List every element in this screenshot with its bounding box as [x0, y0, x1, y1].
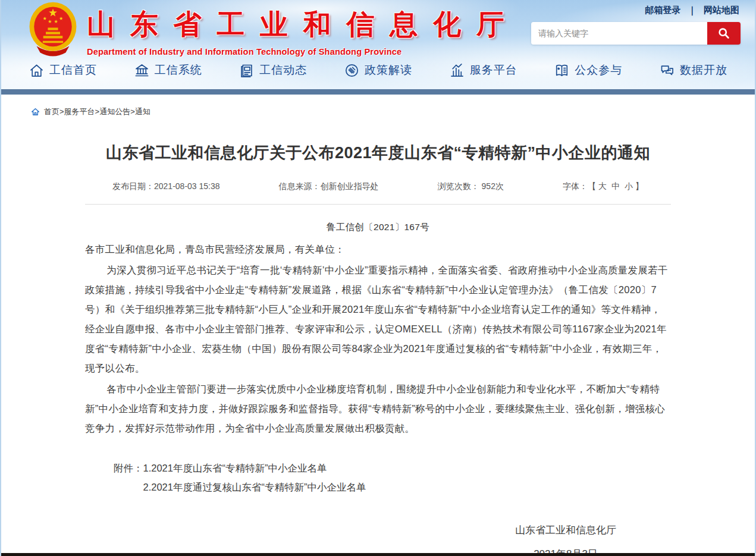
site-header: 山 东 省 工 业 和 信 息 化 厅 Department of Indust… [1, 0, 755, 89]
attachments-label: 附件： [114, 458, 143, 497]
info-source: 信息来源：创新创业指导处 [279, 181, 379, 192]
breadcrumb-home-icon[interactable] [31, 108, 40, 116]
signature-block: 山东省工业和信息化厅 2021年8月3日 [515, 520, 616, 556]
view-count: 浏览次数： 952次 [438, 181, 504, 192]
font-size-medium[interactable]: 中 [611, 181, 620, 192]
font-size-small[interactable]: 小 [625, 181, 633, 192]
font-size-control: 字体：【 大 中 小 】 [563, 181, 644, 192]
article-content: 山东省工业和信息化厅关于公布2021年度山东省“专精特新”中小企业的通知 发布日… [85, 139, 671, 556]
site-title: 山 东 省 工 业 和 信 息 化 厅 [87, 6, 509, 43]
header-links: 邮箱登录 ｜ 网站地图 [645, 5, 739, 16]
article-body: 鲁工信创〔2021〕167号 各市工业和信息化局，青岛市民营经济发展局，有关单位… [85, 218, 671, 438]
chart-icon [449, 62, 465, 78]
site-search [531, 22, 741, 45]
site-subtitle: Department of Industry and Information T… [87, 47, 509, 56]
attachments: 附件： 1.2021年度山东省“专精特新”中小企业名单 2.2021年度通过复核… [114, 458, 671, 497]
article-title: 山东省工业和信息化厅关于公布2021年度山东省“专精特新”中小企业的通知 [85, 139, 671, 168]
search-button[interactable] [707, 22, 741, 45]
salutation: 各市工业和信息化局，青岛市民营经济发展局，有关单位： [85, 240, 671, 259]
main-nav: 工信首页 工信系统 工信动态 政策解读 [1, 56, 755, 84]
mail-login-link[interactable]: 邮箱登录 [645, 5, 680, 16]
search-icon [717, 26, 731, 40]
font-size-large[interactable]: 大 [598, 181, 607, 192]
paragraph: 为深入贯彻习近平总书记关于“培育一批‘专精特新’中小企业”重要指示精神，全面落实… [85, 260, 671, 378]
font-size-suffix: 】 [635, 181, 644, 192]
nav-item-home[interactable]: 工信首页 [29, 62, 97, 78]
article-meta: 发布日期：2021-08-03 15:38 信息来源：创新创业指导处 浏览次数：… [85, 181, 671, 205]
nav-item-participation[interactable]: 公众参与 [554, 62, 622, 78]
home-icon [29, 62, 45, 78]
breadcrumb-path[interactable]: 首页>服务平台>通知公告>通知 [44, 106, 150, 117]
nav-item-services[interactable]: 服务平台 [449, 62, 517, 78]
nav-item-news[interactable]: 工信动态 [239, 62, 307, 78]
link-separator: ｜ [688, 5, 697, 16]
font-size-label: 字体：【 [563, 181, 596, 192]
sitemap-link[interactable]: 网站地图 [704, 5, 739, 16]
nav-item-system[interactable]: 工信系统 [134, 62, 202, 78]
nav-item-data[interactable]: 数据开放 [659, 62, 727, 78]
document-number: 鲁工信创〔2021〕167号 [85, 218, 671, 236]
nav-item-policy[interactable]: 政策解读 [344, 62, 412, 78]
chat-bubbles-icon [659, 62, 675, 78]
book-star-icon [554, 62, 570, 78]
attachment-link-2[interactable]: 2.2021年度通过复核山东省“专精特新”中小企业名单 [143, 478, 366, 497]
footer-strip [1, 553, 755, 556]
header-divider [1, 89, 755, 95]
publish-date: 发布日期：2021-08-03 15:38 [112, 181, 220, 192]
handshake-icon [344, 62, 360, 78]
breadcrumb: 首页>服务平台>通知公告>通知 [1, 95, 755, 123]
news-icon [239, 62, 255, 78]
bank-icon [134, 62, 150, 78]
paragraph: 各市中小企业主管部门要进一步落实优质中小企业梯度培育机制，围绕提升中小企业创新能… [85, 379, 671, 438]
site-brand: 山 东 省 工 业 和 信 息 化 厅 Department of Indust… [27, 1, 509, 58]
signature-org: 山东省工业和信息化厅 [515, 520, 616, 541]
national-emblem-logo [27, 1, 79, 58]
page: 山 东 省 工 业 和 信 息 化 厅 Department of Indust… [0, 0, 756, 556]
search-input[interactable] [531, 22, 707, 45]
attachment-link-1[interactable]: 1.2021年度山东省“专精特新”中小企业名单 [143, 458, 366, 478]
